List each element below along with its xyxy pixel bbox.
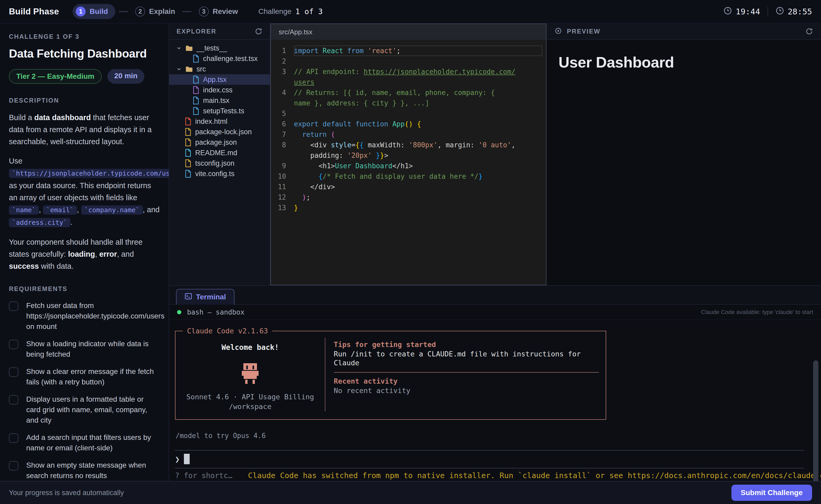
requirement-label: Add a search input that filters users by…	[26, 432, 160, 453]
terminal-tab-bar: Terminal	[169, 286, 821, 305]
folder-src[interactable]: src	[169, 64, 270, 74]
code-token: 'react'	[368, 47, 397, 55]
line-number: 2	[271, 56, 294, 66]
tree-item-label: App.tsx	[203, 76, 227, 84]
challenge-title: Data Fetching Dashboard	[9, 47, 160, 60]
file-App.tsx[interactable]: App.tsx	[169, 74, 270, 85]
line-number: 1	[271, 46, 294, 56]
line-number: 13	[271, 203, 294, 213]
requirement-checkbox[interactable]	[9, 433, 18, 443]
claude-mascot-pixel-art	[235, 362, 266, 388]
text-bold: error	[99, 250, 117, 258]
step-connector	[119, 11, 128, 12]
code-token: from	[347, 47, 368, 55]
code-token: <div	[294, 141, 331, 149]
phase-stepper: 1 Build 2 Explain 3 Review	[73, 4, 242, 19]
code-line-text: );	[294, 192, 542, 203]
step-connector	[182, 11, 191, 12]
requirement-label: Show a clear error message if the fetch …	[26, 366, 160, 387]
code-chip-email: `email`	[43, 205, 77, 215]
requirement-item: Show an empty state message when search …	[9, 460, 160, 481]
code-line-text: return (	[294, 129, 542, 140]
text: ,	[39, 205, 43, 214]
file-icon	[184, 128, 192, 136]
step-build-number: 1	[76, 7, 86, 16]
code-line: 6export default function App() {	[271, 119, 546, 129]
model-billing-line: Sonnet 4.6 · API Usage Billing	[175, 392, 325, 402]
welcome-message: Welcome back!	[175, 342, 325, 353]
code-line: 11 </div>	[271, 182, 546, 192]
code-token: maxWidth:	[364, 141, 409, 149]
refresh-icon[interactable]	[255, 27, 263, 35]
badges-row: Tier 2 — Easy-Medium 20 min	[9, 69, 160, 84]
step-build[interactable]: 1 Build	[73, 4, 115, 19]
terminal-prompt-row[interactable]: ❯	[175, 454, 821, 464]
file-index.html[interactable]: index.html	[169, 116, 270, 127]
tab-terminal[interactable]: Terminal	[176, 289, 235, 305]
file-main.tsx[interactable]: main.tsx	[169, 95, 270, 106]
description-paragraph: Your component should handle all three s…	[9, 236, 160, 272]
code-token: }	[294, 204, 298, 212]
text: , and	[117, 250, 134, 258]
code-token: '0 auto'	[478, 141, 511, 149]
prompt-chevron: ❯	[175, 455, 180, 464]
text-cursor	[184, 454, 190, 464]
code-area[interactable]: 1import React from 'react';23// API endp…	[271, 40, 546, 213]
refresh-icon[interactable]	[805, 27, 813, 35]
terminal-output[interactable]: Claude Code v2.1.63 Welcome back!	[169, 320, 821, 480]
code-token: ,	[511, 141, 515, 149]
code-line-text	[294, 108, 542, 119]
file-README.md[interactable]: README.md	[169, 148, 270, 158]
code-line: 12 );	[271, 192, 546, 203]
code-line-text: </div>	[294, 182, 542, 192]
clock-icon	[723, 6, 732, 17]
requirement-label: Fetch user data from https://jsonplaceho…	[26, 300, 164, 332]
file-tsconfig.json[interactable]: tsconfig.json	[169, 158, 270, 169]
code-chip-city: `address.city`	[9, 218, 70, 227]
step-explain[interactable]: 2 Explain	[131, 4, 179, 19]
editor-tab-filename[interactable]: src/App.tsx	[279, 28, 313, 36]
code-token: , margin:	[437, 141, 479, 149]
code-line-text: }	[294, 203, 542, 213]
editor-tab-bar: src/App.tsx	[271, 24, 546, 40]
requirement-checkbox[interactable]	[9, 301, 18, 311]
submit-challenge-button[interactable]: Submit Challenge	[731, 485, 812, 501]
workspace-path: /workspace	[175, 402, 325, 411]
requirement-checkbox[interactable]	[9, 395, 18, 405]
tree-item-label: challenge.test.tsx	[203, 55, 258, 63]
file-challenge.test.tsx[interactable]: challenge.test.tsx	[169, 53, 270, 64]
folder-__tests__[interactable]: __tests__	[169, 43, 270, 53]
file-setupTests.ts[interactable]: setupTests.ts	[169, 106, 270, 116]
code-editor[interactable]: src/App.tsx 1import React from 'react';2…	[270, 24, 546, 285]
terminal-tab-label: Terminal	[196, 293, 226, 301]
recent-activity-empty: No recent activity	[334, 386, 599, 395]
text-bold: data dashboard	[34, 113, 91, 122]
code-token: users	[294, 78, 314, 86]
file-vite.config.ts[interactable]: vite.config.ts	[169, 169, 270, 179]
line-number: 12	[271, 192, 294, 203]
code-token: <h1>	[294, 162, 335, 170]
code-line-text: {/* Fetch and display user data here */}	[294, 171, 542, 182]
line-number: 7	[271, 129, 294, 140]
code-token: https://jsonplaceholder.typicode.com/	[364, 68, 515, 76]
requirement-checkbox[interactable]	[9, 367, 18, 377]
step-review[interactable]: 3 Review	[195, 4, 242, 19]
chevron-down-icon	[176, 66, 182, 72]
timers: 19:44 28:55	[723, 6, 812, 17]
code-line: 3// API endpoint: https://jsonplaceholde…	[271, 66, 546, 77]
file-package-lock.json[interactable]: package-lock.json	[169, 127, 270, 137]
line-number: 6	[271, 119, 294, 129]
file-index.css[interactable]: index.css	[169, 85, 270, 95]
code-token: >	[384, 152, 388, 159]
file-icon	[192, 54, 199, 63]
installer-notice: Claude Code has switched from npm to nat…	[248, 471, 821, 480]
file-package.json[interactable]: package.json	[169, 137, 270, 148]
step-build-label: Build	[90, 7, 108, 16]
text: Build a	[9, 113, 34, 122]
requirement-label: Display users in a formatted table or ca…	[26, 394, 160, 425]
text-bold: success	[9, 262, 39, 270]
requirement-checkbox[interactable]	[9, 340, 18, 349]
requirement-checkbox[interactable]	[9, 461, 18, 471]
tree-item-label: package.json	[195, 138, 237, 147]
preview-content: User Dashboard	[546, 40, 821, 85]
